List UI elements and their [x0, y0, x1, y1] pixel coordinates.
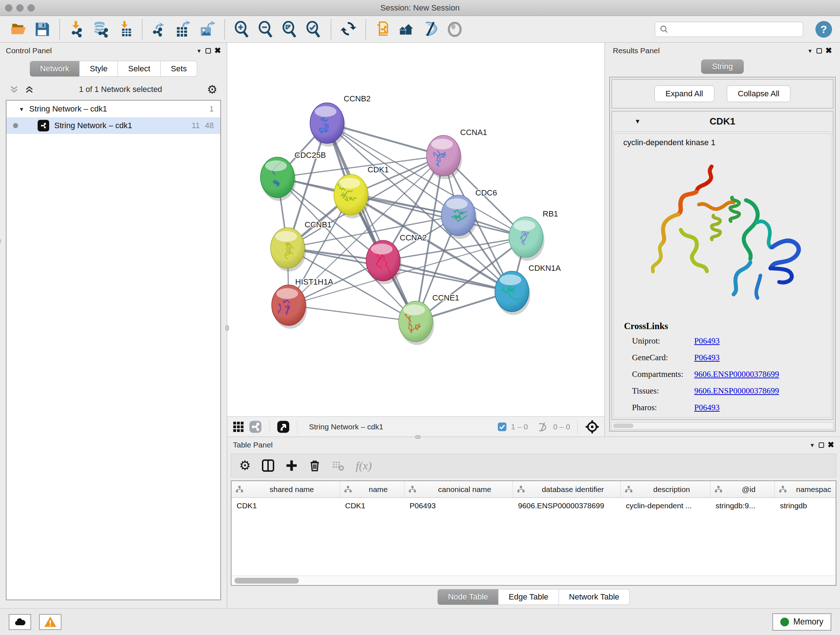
panel-collapse-icon[interactable]: ▼: [196, 48, 202, 54]
table-cell[interactable]: stringdb: [775, 498, 836, 514]
table-cell[interactable]: CDK1: [232, 498, 340, 514]
zoom-selected-button[interactable]: [303, 19, 324, 40]
crosslink-label: Tissues:: [632, 386, 694, 396]
table-splitter-handle[interactable]: [415, 435, 421, 439]
network-node-HIST1H1A[interactable]: HIST1H1A: [272, 277, 333, 329]
string-documents-button[interactable]: [373, 19, 393, 40]
panel-close-icon[interactable]: ✖: [215, 47, 221, 55]
hide-selected-button[interactable]: [420, 19, 441, 40]
show-columns-icon[interactable]: [262, 459, 275, 472]
table-cell[interactable]: cyclin-dependent ...: [621, 498, 711, 514]
table-cell[interactable]: stringdb:9...: [711, 498, 775, 514]
close-window-icon[interactable]: [5, 4, 12, 11]
panel-float-icon[interactable]: [816, 48, 822, 54]
column-header--id[interactable]: @id: [711, 481, 775, 497]
tab-network[interactable]: Network: [30, 61, 80, 77]
delete-column-icon[interactable]: [309, 459, 321, 472]
network-node-CCNA1[interactable]: CCNA1: [426, 128, 487, 179]
network-node-RB1[interactable]: RB1: [509, 209, 558, 261]
tab-node-table[interactable]: Node Table: [437, 589, 499, 605]
export-table-button[interactable]: [173, 19, 194, 40]
panel-collapse-icon[interactable]: ▼: [810, 442, 815, 448]
fit-content-button[interactable]: [279, 19, 300, 40]
search-input[interactable]: [672, 25, 798, 33]
birds-eye-crosshair-icon[interactable]: [585, 420, 600, 434]
column-header-database-identifier[interactable]: database identifier: [513, 481, 621, 497]
column-header-shared-name[interactable]: shared name: [232, 481, 340, 497]
table-cell[interactable]: CDK1: [340, 498, 404, 514]
export-network-button[interactable]: [149, 19, 170, 40]
neighbors-home-button[interactable]: [396, 19, 417, 40]
import-network-database-button[interactable]: [90, 19, 111, 40]
network-node-CDKN1A[interactable]: CDKN1A: [495, 264, 561, 315]
expand-all-button[interactable]: Expand All: [654, 86, 714, 102]
collapse-all-button[interactable]: Collapse All: [727, 86, 791, 102]
open-in-new-icon[interactable]: [277, 420, 290, 433]
show-all-button[interactable]: [444, 19, 465, 40]
help-button[interactable]: ?: [815, 21, 832, 38]
maximize-window-icon[interactable]: [27, 4, 35, 11]
refresh-view-button[interactable]: [338, 19, 359, 40]
tab-select[interactable]: Select: [118, 61, 161, 77]
tab-network-table[interactable]: Network Table: [559, 589, 630, 605]
crosslink-link[interactable]: P06493: [694, 403, 720, 412]
import-network-file-button[interactable]: [66, 19, 88, 40]
left-splitter-handle[interactable]: [225, 325, 229, 331]
save-session-button[interactable]: [32, 19, 53, 40]
collection-expand-icon[interactable]: ▼: [19, 106, 24, 112]
expand-all-icon[interactable]: [25, 85, 34, 94]
network-options-gear-icon[interactable]: ⚙: [207, 84, 218, 95]
crosslink-link[interactable]: 9606.ENSP00000378699: [694, 370, 779, 379]
table-cell[interactable]: 9606.ENSP00000378699: [513, 498, 621, 514]
network-node-CCNB2[interactable]: CCNB2: [310, 94, 371, 147]
network-collection-row[interactable]: ▼ String Network – cdk1 1: [6, 101, 220, 117]
network-edge-CCNB2-CCNE1[interactable]: [327, 123, 416, 321]
crosslink-link[interactable]: 9606.ENSP00000378699: [694, 386, 779, 396]
open-session-button[interactable]: [8, 19, 29, 40]
zoom-out-button[interactable]: [256, 19, 276, 40]
panel-close-icon[interactable]: ✖: [828, 441, 834, 449]
column-header-namespac[interactable]: namespac: [775, 481, 836, 497]
search-icon: [660, 25, 669, 34]
minimize-window-icon[interactable]: [16, 4, 24, 11]
network-node-CDK1[interactable]: CDK1: [334, 165, 389, 218]
panel-collapse-icon[interactable]: ▼: [807, 48, 813, 54]
network-edge-HIST1H1A-CCNE1[interactable]: [289, 305, 416, 321]
panel-float-icon[interactable]: [205, 48, 211, 54]
search-box[interactable]: [655, 22, 803, 37]
tab-edge-table[interactable]: Edge Table: [499, 589, 559, 605]
column-header-name[interactable]: name: [340, 481, 404, 497]
table-row[interactable]: CDK1CDK1P064939606.ENSP00000378699cyclin…: [232, 498, 836, 514]
export-image-button[interactable]: [197, 19, 218, 40]
share-mode-icon[interactable]: [249, 420, 262, 433]
network-row[interactable]: String Network – cdk1 11 48: [6, 117, 220, 134]
tab-string[interactable]: String: [701, 59, 744, 74]
memory-button[interactable]: Memory: [772, 613, 831, 631]
table-hscrollbar[interactable]: [232, 576, 836, 585]
grid-mode-icon[interactable]: [232, 421, 245, 433]
network-node-CDC6[interactable]: CDC6: [441, 188, 497, 239]
tab-sets[interactable]: Sets: [161, 61, 197, 77]
table-options-gear-icon[interactable]: ⚙: [239, 459, 251, 472]
collapse-all-icon[interactable]: [9, 85, 19, 94]
crosslink-link[interactable]: P06493: [694, 353, 720, 363]
cloud-status-button[interactable]: [9, 614, 31, 630]
results-hscrollbar[interactable]: [611, 422, 834, 429]
network-canvas[interactable]: CCNB2CCNA1CDC25BCDK1CDC6RB1CCNB1CCNA2CDK…: [227, 43, 605, 416]
zoom-in-button[interactable]: [232, 19, 253, 40]
tab-style[interactable]: Style: [80, 61, 118, 77]
crosslink-link[interactable]: P06493: [694, 336, 720, 346]
gene-section-header[interactable]: ▼ CDK1: [612, 111, 833, 132]
warning-status-button[interactable]: [39, 614, 62, 630]
panel-float-icon[interactable]: [819, 442, 824, 448]
gene-collapse-icon[interactable]: ▼: [635, 118, 641, 125]
add-column-icon[interactable]: [286, 459, 298, 472]
network-node-CCNE1[interactable]: CCNE1: [399, 293, 459, 345]
column-header-description[interactable]: description: [621, 481, 711, 497]
import-table-file-button[interactable]: [114, 19, 135, 40]
selected-checkbox-icon[interactable]: [497, 422, 507, 432]
table-cell[interactable]: P06493: [404, 498, 513, 514]
hidden-eye-icon[interactable]: [537, 421, 549, 432]
column-header-canonical-name[interactable]: canonical name: [404, 481, 513, 497]
panel-close-icon[interactable]: ✖: [826, 47, 832, 55]
